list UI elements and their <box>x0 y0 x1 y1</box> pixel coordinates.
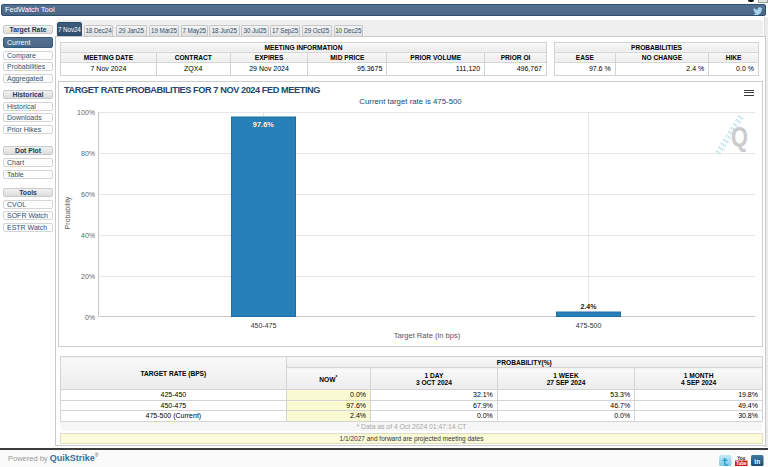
svg-text:80%: 80% <box>81 150 95 157</box>
svg-text:Tube: Tube <box>736 461 747 466</box>
svg-text:60%: 60% <box>81 191 95 198</box>
svg-text:in: in <box>754 458 760 465</box>
svg-text:450-475: 450-475 <box>251 322 277 329</box>
svg-text:40%: 40% <box>81 232 95 239</box>
svg-text:Q: Q <box>731 120 748 151</box>
svg-text:2.4%: 2.4% <box>581 303 598 310</box>
svg-text:You: You <box>737 456 745 461</box>
svg-text:Probability: Probability <box>64 196 72 229</box>
svg-text:0%: 0% <box>85 314 95 321</box>
svg-text:97.6%: 97.6% <box>253 120 275 129</box>
svg-text:100%: 100% <box>77 109 95 116</box>
svg-text:Target Rate (in bps): Target Rate (in bps) <box>394 331 461 340</box>
svg-text:20%: 20% <box>81 273 95 280</box>
svg-text:475-500: 475-500 <box>576 322 602 329</box>
